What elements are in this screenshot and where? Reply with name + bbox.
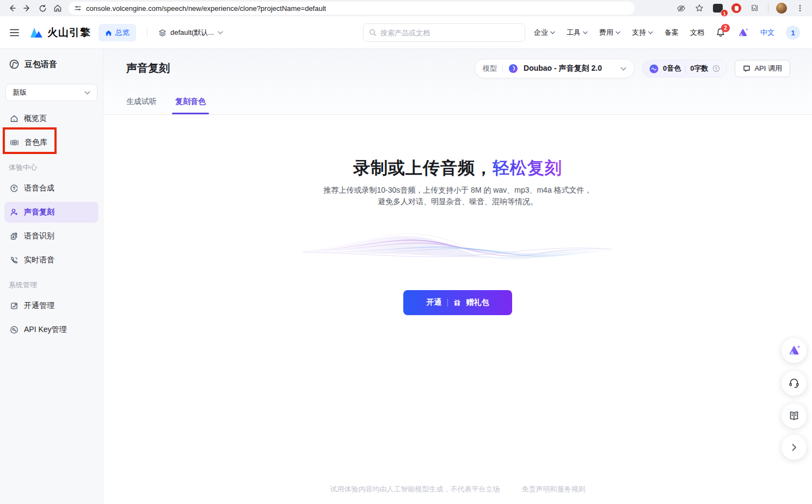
tab-generate-audition[interactable]: 生成试听 <box>126 97 157 114</box>
product-search[interactable] <box>363 23 525 42</box>
float-ai-assistant-button[interactable] <box>782 338 807 363</box>
overview-label: 总览 <box>115 28 130 38</box>
sidebar-item-overview[interactable]: 概览页 <box>4 108 99 129</box>
project-switcher[interactable]: default(默认... <box>158 28 223 38</box>
chevron-down-icon <box>550 31 555 34</box>
sidebar-item-voice-library[interactable]: 音色库 <box>4 132 99 153</box>
nav-tools[interactable]: 工具 <box>567 28 588 38</box>
bookmark-star-icon[interactable] <box>692 2 707 15</box>
chevron-down-icon <box>583 31 588 34</box>
privacy-eye-off-icon[interactable] <box>673 2 688 15</box>
open-book-icon <box>788 410 800 421</box>
sidebar: 豆包语音 新版 概览页 音色库 体验中心 语音合成 声音复刻 <box>0 49 103 504</box>
back-icon[interactable] <box>4 2 20 15</box>
float-collapse-button[interactable] <box>782 435 807 460</box>
doubao-model-icon <box>508 64 518 73</box>
nav-icp[interactable]: 备案 <box>665 28 679 38</box>
activate-gift-button[interactable]: 开通 赠礼包 <box>403 290 512 315</box>
chevron-down-icon <box>620 67 626 71</box>
notification-bell-icon[interactable]: 2 <box>716 28 725 38</box>
usage-chars: 0字数 <box>690 64 708 73</box>
extension-app-icon[interactable]: 1 <box>710 2 725 15</box>
chevron-down-icon <box>84 91 90 95</box>
nav-support-label: 支持 <box>632 28 646 38</box>
home-icon[interactable] <box>50 2 65 15</box>
api-call-button[interactable]: API 调用 <box>735 60 790 77</box>
quota-wave-icon <box>649 64 659 73</box>
nav-docs-label: 文档 <box>690 28 704 38</box>
nav-support[interactable]: 支持 <box>632 28 653 38</box>
language-switcher[interactable]: 中文 <box>760 28 774 38</box>
sidebar-item-label: 开通管理 <box>24 301 54 311</box>
activation-doc-icon <box>10 302 19 310</box>
tts-icon <box>10 184 19 193</box>
chevron-right-icon <box>791 444 797 451</box>
product-header[interactable]: 豆包语音 <box>0 49 103 71</box>
headset-icon <box>788 377 800 389</box>
hero-title: 录制或上传音频，轻松复刻 <box>103 157 812 180</box>
nav-icp-label: 备案 <box>665 28 679 38</box>
waveform-graphic <box>303 222 613 274</box>
nav-enterprise-label: 企业 <box>534 28 548 38</box>
tab-clone-voice[interactable]: 复刻音色 <box>175 97 206 114</box>
page-title: 声音复刻 <box>126 61 170 76</box>
search-input[interactable] <box>380 29 519 37</box>
hero-description: 推荐上传或录制10-30s音频，上传支持小于 8M 的 wav、mp3、m4a … <box>103 185 812 207</box>
asr-icon <box>10 232 19 241</box>
console-header: 火山引擎 总览 default(默认... 企业 工具 费用 支持 <box>0 16 812 49</box>
cta-open-label: 开通 <box>427 298 442 308</box>
sidebar-item-realtime[interactable]: 实时语音 <box>4 250 99 271</box>
ai-assistant-icon[interactable] <box>737 27 749 38</box>
sidebar-item-label: 语音合成 <box>24 183 54 193</box>
browser-menu-icon[interactable] <box>792 2 808 15</box>
volcengine-logo[interactable]: 火山引擎 <box>29 26 91 40</box>
sidebar-item-voice-clone[interactable]: 声音复刻 <box>4 202 99 223</box>
float-docs-button[interactable] <box>782 403 807 428</box>
user-avatar[interactable]: 1 <box>786 26 800 40</box>
layers-icon <box>158 29 167 37</box>
nav-docs[interactable]: 文档 <box>690 28 704 38</box>
sidebar-item-tts[interactable]: 语音合成 <box>4 178 99 199</box>
main-header: 声音复刻 模型 Doubao - 声音复刻 2.0 0音色 0字数 <box>103 49 812 115</box>
nav-tools-label: 工具 <box>567 28 581 38</box>
voice-clone-icon <box>10 208 19 217</box>
doubao-voice-logo-icon <box>9 59 20 70</box>
extensions-puzzle-icon[interactable] <box>747 2 762 15</box>
project-label: default(默认... <box>170 28 214 38</box>
sidebar-item-api-key[interactable]: API Key管理 <box>4 319 99 340</box>
help-circle-icon[interactable] <box>712 65 720 72</box>
site-settings-icon[interactable] <box>74 4 82 12</box>
gift-icon <box>453 299 461 306</box>
model-selector[interactable]: 模型 Doubao - 声音复刻 2.0 <box>475 59 635 78</box>
sidebar-item-label: 语音识别 <box>24 231 54 241</box>
sidebar-item-label: 声音复刻 <box>24 207 54 217</box>
sidebar-section-system: 系统管理 <box>0 274 103 296</box>
model-label: 模型 <box>483 64 497 73</box>
ai-mountain-icon <box>787 344 801 357</box>
api-call-label: API 调用 <box>754 64 782 73</box>
sidebar-item-asr[interactable]: 语音识别 <box>4 226 99 247</box>
sidebar-item-activation[interactable]: 开通管理 <box>4 296 99 316</box>
footer-terms-link[interactable]: 免责声明和服务规则 <box>522 484 586 494</box>
usage-quota-badge[interactable]: 0音色 0字数 <box>642 60 727 77</box>
version-select[interactable]: 新版 <box>5 84 97 101</box>
nav-billing[interactable]: 费用 <box>599 28 620 38</box>
hamburger-menu-icon[interactable] <box>7 26 22 39</box>
usage-voices: 0音色 <box>663 64 681 73</box>
nav-billing-label: 费用 <box>599 28 613 38</box>
model-value: Doubao - 声音复刻 2.0 <box>524 64 602 73</box>
forward-icon[interactable] <box>20 2 35 15</box>
hero-title-main: 录制或上传音频， <box>353 158 493 177</box>
logo-text: 火山引擎 <box>47 26 91 40</box>
volcengine-mountain-icon <box>29 26 44 39</box>
version-label: 新版 <box>13 88 84 97</box>
overview-button[interactable]: 总览 <box>99 24 136 41</box>
realtime-voice-icon <box>10 256 19 265</box>
adblock-icon[interactable] <box>729 2 744 15</box>
refresh-icon[interactable] <box>35 2 50 15</box>
nav-enterprise[interactable]: 企业 <box>534 28 555 38</box>
chevron-down-icon <box>648 31 653 34</box>
address-bar[interactable]: console.volcengine.com/speech/new/experi… <box>69 2 635 15</box>
browser-profile-avatar[interactable] <box>774 2 789 15</box>
float-support-button[interactable] <box>782 371 807 396</box>
